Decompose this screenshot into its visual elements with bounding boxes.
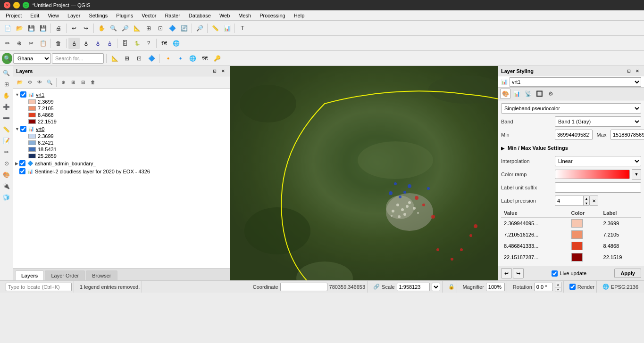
band-select[interactable]: Band 1 (Gray) xyxy=(555,116,641,127)
menu-layer[interactable]: Layer xyxy=(64,12,84,19)
legend-row-2[interactable]: 8.486841333... 8.4868 xyxy=(501,240,641,252)
map-tool-3[interactable]: ⊡ xyxy=(134,53,145,64)
search-input[interactable] xyxy=(52,53,104,64)
map-area[interactable] xyxy=(230,66,498,280)
label-precision-up[interactable]: ▲ xyxy=(583,196,590,201)
label-unit-input[interactable] xyxy=(555,182,641,193)
db-manager-btn[interactable]: 🗄 xyxy=(119,38,131,49)
pan-to-selection-btn[interactable]: 📐 xyxy=(131,23,142,34)
move-feature-btn[interactable]: ✂ xyxy=(25,38,37,49)
max-input[interactable] xyxy=(611,130,644,140)
styling-float-btn[interactable]: ⊡ xyxy=(625,67,633,75)
label-b-btn[interactable]: A̲ xyxy=(80,38,92,49)
plugins-btn[interactable]: 🌐 xyxy=(170,38,182,49)
label-precision-input[interactable] xyxy=(555,196,583,206)
layers-float-btn[interactable]: ⊡ xyxy=(211,67,218,75)
map-tool-7[interactable]: 🌐 xyxy=(187,53,198,64)
measure-side-btn[interactable]: 📏 xyxy=(1,124,12,135)
vrt1-checkbox[interactable] xyxy=(20,91,26,98)
edit-features-btn[interactable]: ✏ xyxy=(2,38,13,49)
remove-layer-btn[interactable]: 🗑 xyxy=(88,78,98,87)
menu-plugins[interactable]: Plugins xyxy=(112,12,137,19)
save-btn[interactable]: 💾 xyxy=(25,23,37,34)
python-btn[interactable]: 🐍 xyxy=(131,38,142,49)
menu-help[interactable]: Help xyxy=(290,12,309,19)
label-a-btn[interactable]: A̲ xyxy=(68,38,80,49)
menu-web[interactable]: Web xyxy=(216,12,234,19)
minimize-button[interactable]: — xyxy=(13,2,20,8)
legend-row-1[interactable]: 7.210516126... 7.2105 xyxy=(501,229,641,240)
identify-side-btn[interactable]: 🔍 xyxy=(1,68,12,78)
annotation-side-btn[interactable]: 📝 xyxy=(1,136,12,146)
location-tool-btn[interactable]: 🔍 xyxy=(2,53,12,64)
toggle-visibility-btn[interactable]: 👁 xyxy=(35,78,44,87)
sentinel-checkbox[interactable] xyxy=(19,168,25,174)
ashanti-expand-arrow[interactable]: ▶ xyxy=(15,161,18,166)
undo-styling-btn[interactable]: ↩ xyxy=(501,268,512,278)
vrt0-expand-arrow[interactable]: ▼ xyxy=(15,127,19,131)
menu-project[interactable]: Project xyxy=(2,12,25,19)
select-side-btn[interactable]: ⊞ xyxy=(1,79,12,90)
ashanti-label[interactable]: ashanti_admin_boundary_ xyxy=(35,161,96,166)
live-update-checkbox[interactable] xyxy=(552,270,558,277)
map-tool-9[interactable]: 🔑 xyxy=(211,53,223,64)
min-max-expand-icon[interactable]: ▶ xyxy=(501,146,505,151)
pan-map-btn[interactable]: ✋ xyxy=(96,23,107,34)
rotation-down[interactable]: ▼ xyxy=(555,287,561,292)
zoom-in-btn[interactable]: 🔍 xyxy=(108,23,119,34)
layers-close-btn[interactable]: ✕ xyxy=(219,67,227,75)
expand-all-btn[interactable]: ⊞ xyxy=(68,78,78,87)
identify-btn[interactable]: 🔎 xyxy=(194,23,205,34)
zoom-out-side-btn[interactable]: ➖ xyxy=(1,113,12,123)
layer-item-vrt1[interactable]: ▼ 📊 vrt1 xyxy=(13,90,230,98)
styling-close-btn[interactable]: ✕ xyxy=(634,67,641,75)
pan-side-btn[interactable]: ✋ xyxy=(1,90,12,101)
measure-btn[interactable]: 📏 xyxy=(209,23,221,34)
menu-raster[interactable]: Raster xyxy=(161,12,184,19)
node-side-btn[interactable]: ⊙ xyxy=(1,158,12,169)
menu-edit[interactable]: Edit xyxy=(26,12,43,19)
help-btn[interactable]: ? xyxy=(143,38,154,49)
render-checkbox[interactable] xyxy=(569,284,576,290)
color-ramp-dropdown-btn[interactable]: ▼ xyxy=(632,169,641,180)
vrt1-expand-arrow[interactable]: ▼ xyxy=(15,92,19,97)
location-combo[interactable]: Ghana xyxy=(13,53,51,64)
legend-row-3[interactable]: 22.15187287... 22.1519 xyxy=(501,252,641,263)
zoom-in-side-btn[interactable]: ➕ xyxy=(1,102,12,112)
map-tool-4[interactable]: 🔷 xyxy=(146,53,157,64)
legend-color-cell-3[interactable] xyxy=(569,252,601,263)
open-project-btn[interactable]: 📂 xyxy=(14,23,25,34)
legend-row-0[interactable]: 2.369944095... 2.3699 xyxy=(501,218,641,229)
sentinel-label[interactable]: Sentinel-2 cloudless layer for 2020 by E… xyxy=(35,169,150,174)
renderer-icon-4[interactable]: 🔲 xyxy=(534,89,544,99)
legend-color-cell-0[interactable] xyxy=(569,218,601,229)
layer-item-sentinel[interactable]: ▶ 📊 Sentinel-2 cloudless layer for 2020 … xyxy=(13,167,230,175)
rotation-input[interactable] xyxy=(534,283,553,291)
menu-mesh[interactable]: Mesh xyxy=(234,12,255,19)
styling-layer-select[interactable]: vrt1 xyxy=(510,77,641,87)
add-group-btn[interactable]: ⊕ xyxy=(59,78,68,87)
vrt1-label[interactable]: vrt1 xyxy=(36,92,44,98)
redo-btn[interactable]: ↪ xyxy=(80,23,92,34)
zoom-selection-btn[interactable]: 🔷 xyxy=(167,23,178,34)
menu-database[interactable]: Database xyxy=(185,12,215,19)
node-tool-btn[interactable]: 📋 xyxy=(37,38,49,49)
legend-color-cell-2[interactable] xyxy=(569,240,601,252)
zoom-layer-btn[interactable]: ⊡ xyxy=(155,23,166,34)
undo-btn[interactable]: ↩ xyxy=(68,23,80,34)
scale-input[interactable] xyxy=(397,283,430,291)
filter-layers-btn[interactable]: 🔍 xyxy=(45,78,54,87)
map-tool-8[interactable]: 🗺 xyxy=(199,53,210,64)
tab-browser[interactable]: Browser xyxy=(86,270,117,280)
layer-item-vrt0[interactable]: ▼ 📊 vrt0 xyxy=(13,125,230,133)
style-side-btn[interactable]: 🎨 xyxy=(1,170,12,180)
layer-properties-btn[interactable]: ⚙ xyxy=(25,78,34,87)
collapse-all-btn[interactable]: ⊟ xyxy=(78,78,88,87)
map-tool-2[interactable]: ⊞ xyxy=(121,53,133,64)
label-d-btn[interactable]: A̲ xyxy=(104,38,115,49)
map-tool-5[interactable]: 🔸 xyxy=(162,53,174,64)
add-feature-btn[interactable]: ⊕ xyxy=(14,38,25,49)
renderer-icon-1[interactable]: 🎨 xyxy=(500,89,510,99)
renderer-select[interactable]: Singleband pseudocolor xyxy=(501,103,641,114)
legend-color-swatch-0[interactable] xyxy=(571,219,583,228)
